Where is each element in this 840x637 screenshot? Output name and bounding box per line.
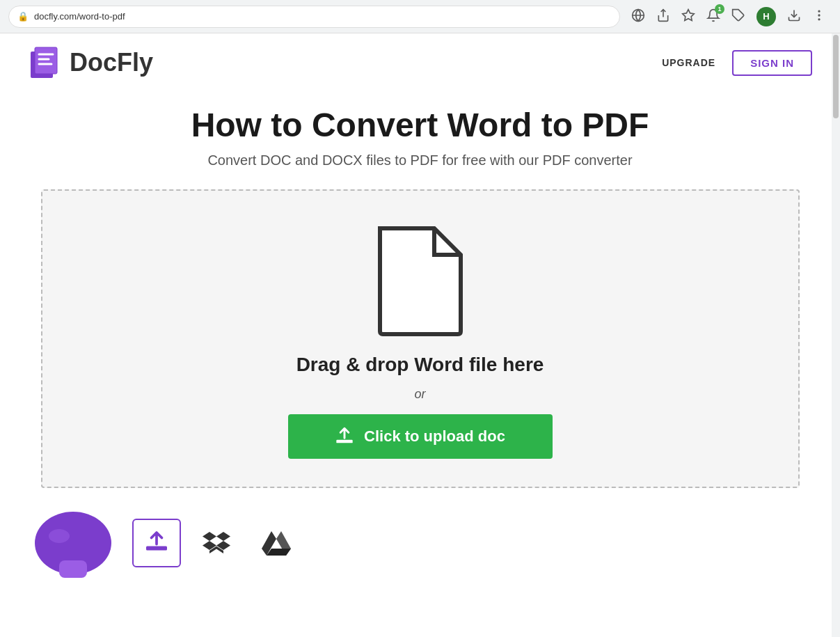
upload-computer-icon <box>144 530 169 556</box>
scrollbar-thumb[interactable] <box>833 35 839 118</box>
menu-icon[interactable] <box>812 8 826 25</box>
address-bar[interactable]: 🔒 docfly.com/word-to-pdf <box>8 6 620 28</box>
signin-button[interactable]: SIGN IN <box>732 50 812 76</box>
upload-btn-label: Click to upload doc <box>364 427 505 446</box>
svg-rect-17 <box>146 546 167 551</box>
svg-rect-13 <box>336 440 352 443</box>
svg-point-16 <box>49 529 70 543</box>
google-drive-icon <box>262 530 291 556</box>
bookmark-icon[interactable] <box>681 8 695 25</box>
browser-icons: H <box>626 7 832 26</box>
upload-button[interactable]: Click to upload doc <box>288 414 553 459</box>
header-nav: DocFly UPGRADE SIGN IN <box>0 33 840 92</box>
svg-point-4 <box>818 10 820 12</box>
svg-marker-1 <box>683 9 695 20</box>
share-icon[interactable] <box>656 8 670 25</box>
drag-drop-text: Drag & drop Word file here <box>296 354 544 376</box>
or-text: or <box>414 387 425 402</box>
dropbox-icon-container[interactable] <box>192 519 241 567</box>
page-content: DocFly UPGRADE SIGN IN How to Convert Wo… <box>0 33 840 637</box>
download-icon[interactable] <box>787 8 801 25</box>
url-text: docfly.com/word-to-pdf <box>34 11 125 22</box>
upload-icon <box>335 427 354 446</box>
bottom-section <box>0 488 840 584</box>
svg-point-6 <box>818 19 820 20</box>
notification-icon[interactable] <box>706 8 720 25</box>
svg-point-5 <box>818 15 820 16</box>
translate-icon[interactable] <box>631 8 645 25</box>
docfly-logo-icon <box>28 45 64 81</box>
dropbox-icon <box>203 530 230 556</box>
scrollbar[interactable] <box>832 33 840 637</box>
upload-computer-icon-box[interactable] <box>132 519 181 567</box>
page-subtitle: Convert DOC and DOCX files to PDF for fr… <box>28 152 812 168</box>
lock-icon: 🔒 <box>17 11 29 22</box>
nav-right: UPGRADE SIGN IN <box>662 50 812 76</box>
file-icon <box>372 226 469 337</box>
upgrade-link[interactable]: UPGRADE <box>662 57 715 68</box>
user-avatar[interactable]: H <box>756 7 776 26</box>
google-drive-icon-container[interactable] <box>252 519 301 567</box>
logo-text: DocFly <box>70 48 153 77</box>
page-title: How to Convert Word to PDF <box>28 106 812 144</box>
mascot-icon <box>28 505 118 584</box>
drop-zone[interactable]: Drag & drop Word file here or Click to u… <box>41 189 800 488</box>
main-content: How to Convert Word to PDF Convert DOC a… <box>0 92 840 488</box>
logo-container: DocFly <box>28 45 153 81</box>
svg-rect-8 <box>35 47 57 74</box>
extensions-icon[interactable] <box>731 8 745 25</box>
browser-chrome: 🔒 docfly.com/word-to-pdf <box>0 0 840 33</box>
cloud-icons-row <box>132 519 301 567</box>
svg-rect-15 <box>59 560 87 578</box>
